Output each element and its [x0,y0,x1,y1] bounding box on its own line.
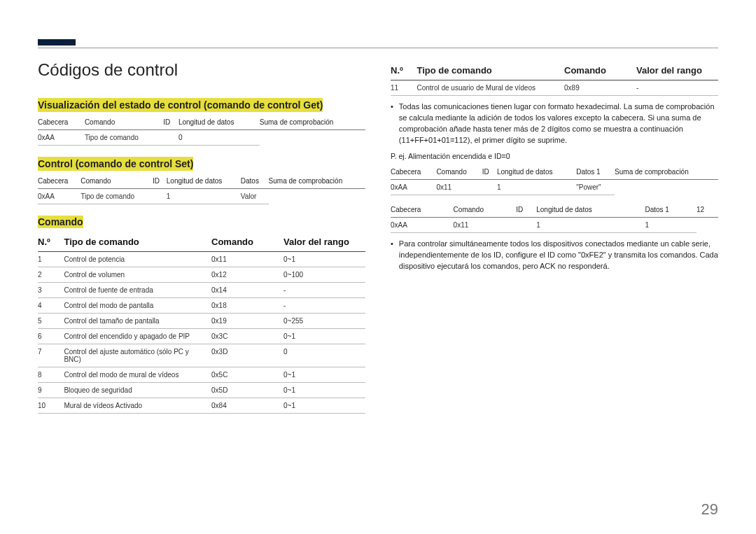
td: 0x84 [211,398,284,414]
th: Comando [85,115,163,130]
td: Valor [241,189,269,204]
heading-get: Visualización del estado de control (com… [38,98,323,112]
td: 11 [391,80,416,96]
th: Longitud de datos [167,174,241,189]
two-column-layout: Códigos de control Visualización del est… [38,60,718,414]
td [696,217,718,232]
td: 5 [38,314,64,329]
td: 0~100 [284,267,365,283]
td: 0 [284,344,365,367]
td: 4 [38,298,64,314]
th: Cabecera [391,164,436,180]
th: Comando [436,164,482,180]
th: ID [516,202,536,218]
td: 0x3D [211,344,284,367]
td: 0 [178,130,260,146]
th: Longitud de datos [497,164,576,180]
th: ID [153,174,167,189]
table-row: 9Bloqueo de seguridad0x5D0~1 [38,383,365,398]
bullet-note-2: • Para controlar simultáneamente todos l… [391,239,718,272]
td [482,179,497,195]
page-number: 29 [701,500,718,519]
td: 1 [167,189,241,204]
td: 0x12 [211,267,284,283]
bullet-note-1: • Todas las comunicaciones tienen lugar … [391,101,718,146]
td: Control del modo de mural de vídeos [64,367,211,383]
td: 0xAA [38,130,85,146]
td: "Power" [576,179,615,195]
td: 0~1 [284,383,365,398]
table-row: 8Control del modo de mural de vídeos0x5C… [38,367,365,383]
table-row: 5Control del tamaño de pantalla0x190~255 [38,314,365,329]
td: Control de fuente de entrada [64,283,211,298]
td: Bloqueo de seguridad [64,383,211,398]
th: Comando [454,202,517,218]
td: 1 [497,179,576,195]
th: Comando [564,62,636,80]
heading-set: Control (comando de control Set) [38,157,193,171]
heading-comando: Comando [38,216,83,228]
table-row: 4Control del modo de pantalla0x18- [38,298,365,314]
td [260,130,365,146]
th: Suma de comprobación [615,164,718,180]
page-root: Códigos de control Visualización del est… [0,0,756,534]
th: Datos 1 [645,202,696,218]
left-column: Códigos de control Visualización del est… [38,60,365,414]
bullet-dot-icon: • [391,239,393,272]
td [269,189,365,204]
td [615,179,718,195]
td: 7 [38,344,64,367]
td: Control del modo de pantalla [64,298,211,314]
td: 0~1 [284,329,365,344]
th: Cabecera [38,174,80,189]
th: Comando [211,231,284,252]
td: 1 [645,217,696,232]
th: ID [163,115,178,130]
table-example-2: Cabecera Comando ID Longitud de datos Da… [391,202,718,233]
td: 0xAA [391,217,454,232]
top-rule [38,48,718,48]
td: Control de potencia [64,252,211,267]
td: - [284,298,365,314]
table-row: 2Control de volumen0x120~100 [38,267,365,283]
th: Valor del rango [284,231,365,252]
td [516,217,536,232]
table-row: 10Mural de vídeos Activado0x840~1 [38,398,365,414]
table-get: Cabecera Comando ID Longitud de datos Su… [38,115,365,146]
td: Tipo de comando [85,130,163,146]
th: Valor del rango [636,62,718,80]
table-row: 1Control de potencia0x110~1 [38,252,365,267]
bullet-text: Todas las comunicaciones tienen lugar co… [399,101,718,146]
th: Comando [80,174,153,189]
table-row: 7Control del ajuste automático (sólo PC … [38,344,365,367]
th: Suma de comprobación [269,174,365,189]
page-title: Códigos de control [38,60,365,80]
td: Mural de vídeos Activado [64,398,211,414]
td: 0xAA [38,189,80,204]
td: Control de usuario de Mural de vídeos [416,80,564,96]
td: 6 [38,329,64,344]
accent-bar [38,39,76,45]
td: 2 [38,267,64,283]
td [153,189,167,204]
right-column: N.º Tipo de comando Comando Valor del ra… [391,60,718,414]
th: Longitud de datos [536,202,645,218]
th: Datos 1 [576,164,615,180]
td: Control del ajuste automático (sólo PC y… [64,344,211,367]
td: 0x11 [211,252,284,267]
td: 9 [38,383,64,398]
td: 0xAA [391,179,436,195]
th: Cabecera [391,202,454,218]
td: 0~255 [284,314,365,329]
td: Control del tamaño de pantalla [64,314,211,329]
td: 0x5C [211,367,284,383]
td: 0x5D [211,383,284,398]
table-example-1: Cabecera Comando ID Longitud de datos Da… [391,164,718,195]
th: 12 [696,202,718,218]
th: N.º [38,231,64,252]
td: 0x14 [211,283,284,298]
table-row: 6Control del encendido y apagado de PIP0… [38,329,365,344]
td [163,130,178,146]
td: Control del encendido y apagado de PIP [64,329,211,344]
td: 0x11 [454,217,517,232]
